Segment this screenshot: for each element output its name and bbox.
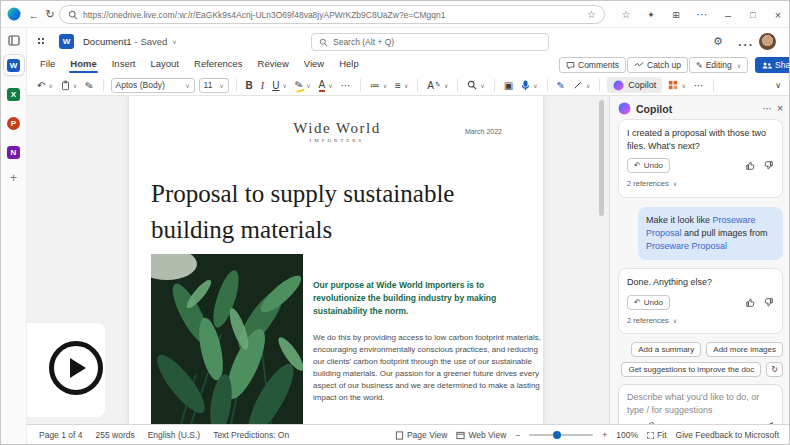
tab-view[interactable]: View <box>303 56 325 71</box>
styles-button[interactable]: A ✎ ∨ <box>425 79 450 92</box>
maximize-icon[interactable]: □ <box>744 6 762 23</box>
designer-button[interactable]: ▣ <box>502 79 515 92</box>
catch-up-button[interactable]: Catch up <box>627 57 688 73</box>
status-bar: Page 1 of 4 255 words English (U.S.) Tex… <box>27 424 790 445</box>
proseware-proposal-link[interactable]: Proseware Proposal <box>646 241 727 251</box>
paste-button[interactable]: ∨ <box>59 79 79 92</box>
web-view-button[interactable]: Web View <box>456 430 506 440</box>
references-toggle[interactable]: 2 references ∨ <box>627 179 774 190</box>
copilot-message-card: I created a proposal with those two file… <box>618 119 783 198</box>
tab-review[interactable]: Review <box>257 56 290 71</box>
thumbs-up-icon[interactable] <box>745 160 756 171</box>
suggestion-improve-doc[interactable]: Get suggestions to improve the doc <box>621 362 761 377</box>
editing-mode-button[interactable]: ✎ Editing ∨ <box>689 57 748 73</box>
tab-file[interactable]: File <box>39 56 56 71</box>
tab-help[interactable]: Help <box>338 56 360 71</box>
editor-tools-button[interactable]: ∨ <box>571 79 592 91</box>
more-font-options-icon[interactable]: ⋯ <box>339 79 353 92</box>
play-icon <box>70 358 86 378</box>
page-view-button[interactable]: Page View <box>395 430 447 440</box>
undo-button[interactable]: ↶∨ <box>35 79 55 92</box>
more-commands-icon[interactable]: ⋯ <box>692 79 706 92</box>
edge-logo-icon[interactable] <box>7 7 21 21</box>
text-highlight-button[interactable]: ✎ ∨ <box>293 78 313 93</box>
font-size-select[interactable]: 11 ∨ <box>199 78 229 93</box>
header-more-icon[interactable]: ⋯ <box>737 35 753 54</box>
dictate-button[interactable]: ∨ <box>519 79 539 92</box>
thumbs-down-icon[interactable] <box>763 297 774 308</box>
italic-button[interactable]: I <box>259 79 266 92</box>
alignment-button[interactable]: ≡∨ <box>393 79 410 92</box>
tab-layout[interactable]: Layout <box>149 56 180 71</box>
draw-button[interactable]: ✎ <box>555 79 567 92</box>
copilot-input-box[interactable]: Describe what you'd like to do, or type … <box>618 384 783 424</box>
add-sidebar-item-icon[interactable]: + <box>10 171 17 185</box>
collapse-ribbon-icon[interactable]: ∨ <box>773 80 783 91</box>
ribbon-toolbar: ↶∨ ∨ ✎ Aptos (Body) ∨ 11 ∨ B I U ∨ ✎ ∨ A… <box>27 75 790 96</box>
tab-insert[interactable]: Insert <box>111 56 137 71</box>
zoom-out-button[interactable]: − <box>515 430 520 440</box>
suggestion-add-images[interactable]: Add more images <box>706 342 783 357</box>
browser-more-icon[interactable]: ⋯ <box>693 6 711 23</box>
refresh-icon[interactable]: ↻ <box>41 6 59 23</box>
refresh-suggestions-icon[interactable]: ↻ <box>766 362 783 377</box>
page-indicator[interactable]: Page 1 of 4 <box>39 430 82 440</box>
text-predictions-toggle[interactable]: Text Predictions: On <box>213 430 289 440</box>
microphone-icon <box>521 80 530 91</box>
tab-references[interactable]: References <box>193 56 244 71</box>
comments-button[interactable]: Comments <box>559 57 626 73</box>
undo-button[interactable]: ↶ Undo <box>627 158 670 173</box>
wand-icon <box>573 80 583 90</box>
zoom-slider[interactable] <box>529 434 593 436</box>
user-avatar[interactable] <box>759 33 776 50</box>
thumbs-up-icon[interactable] <box>745 297 756 308</box>
close-icon[interactable]: × <box>769 6 787 23</box>
zoom-slider-thumb[interactable] <box>553 431 561 439</box>
address-bar[interactable]: https://onedrive.live.com/:w:/r/EaGKk9s4… <box>59 5 605 24</box>
document-scrollbar-thumb[interactable] <box>599 100 604 216</box>
word-icon: W <box>7 59 20 72</box>
table-designer-button[interactable]: ∨ <box>666 79 687 91</box>
tab-home[interactable]: Home <box>69 56 97 71</box>
document-heading: Proposal to supply sustainable building … <box>151 176 511 249</box>
sidebar-item-excel[interactable]: X <box>4 84 24 104</box>
search-box[interactable]: Search (Alt + Q) <box>311 33 549 51</box>
suggestion-add-summary[interactable]: Add a summary <box>631 342 701 357</box>
sidebar-item-powerpoint[interactable]: P <box>4 113 24 133</box>
extensions-icon[interactable]: ⊞ <box>667 6 685 23</box>
document-page[interactable]: Wide World IMPORTERS March 2022 Proposal… <box>129 96 543 424</box>
sidebar-item-onenote[interactable]: N <box>4 142 24 162</box>
app-launcher-icon[interactable] <box>37 37 46 46</box>
panel-more-icon[interactable]: ⋯ <box>762 103 772 114</box>
video-play-button[interactable] <box>49 341 103 395</box>
find-button[interactable]: ∨ <box>465 79 486 91</box>
document-body-paragraph: We do this by providing access to low ca… <box>313 332 541 404</box>
copilot-button[interactable]: Copilot <box>607 77 662 93</box>
format-painter-icon[interactable]: ✎ <box>82 77 97 93</box>
word-count[interactable]: 255 words <box>95 430 134 440</box>
feedback-link[interactable]: Give Feedback to Microsoft <box>676 430 779 440</box>
undo-button[interactable]: ↶ Undo <box>627 295 670 310</box>
sidebar-item-word[interactable]: W <box>4 55 24 75</box>
favorite-star-icon[interactable]: ☆ <box>587 9 596 20</box>
underline-button[interactable]: U ∨ <box>270 79 289 92</box>
tabs-icon[interactable] <box>8 35 20 46</box>
favorites-icon[interactable]: ☆ <box>617 6 635 23</box>
copilot-sparkle-icon[interactable]: ✦ <box>642 6 660 23</box>
zoom-level[interactable]: 100% <box>616 430 638 440</box>
clipboard-icon <box>61 80 70 91</box>
fit-button[interactable]: Fit <box>647 430 666 440</box>
bullets-button[interactable]: ≔∨ <box>368 79 389 92</box>
panel-close-icon[interactable]: × <box>777 103 783 114</box>
bold-button[interactable]: B <box>244 79 255 92</box>
references-toggle[interactable]: 2 references ∨ <box>627 316 774 327</box>
minimize-icon[interactable]: – <box>719 6 737 23</box>
thumbs-down-icon[interactable] <box>763 160 774 171</box>
share-button[interactable]: Share ∨ <box>755 57 790 73</box>
font-name-select[interactable]: Aptos (Body) ∨ <box>111 78 195 93</box>
zoom-in-button[interactable]: + <box>602 430 607 440</box>
settings-gear-icon[interactable]: ⚙ <box>713 35 723 48</box>
language-indicator[interactable]: English (U.S.) <box>148 430 200 440</box>
doc-title-chevron-icon[interactable]: ∨ <box>172 38 176 45</box>
font-color-button[interactable]: A ∨ <box>317 78 335 93</box>
